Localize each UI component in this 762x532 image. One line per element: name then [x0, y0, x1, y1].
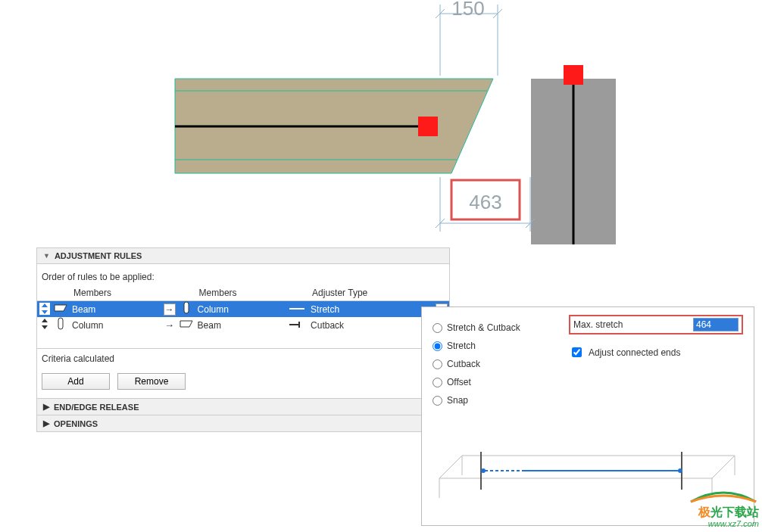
remove-button[interactable]: Remove: [117, 373, 186, 390]
adjustment-rules-header[interactable]: ▼ ADJUSTMENT RULES: [36, 247, 450, 264]
openings-title: OPENINGS: [54, 419, 98, 428]
svg-point-32: [481, 468, 486, 473]
reorder-icon[interactable]: [39, 303, 50, 315]
svg-marker-23: [439, 456, 735, 478]
dimension-top-value: 150: [451, 0, 484, 20]
radio-cutback[interactable]: Cutback: [433, 359, 546, 369]
stretch-icon: [289, 305, 305, 313]
max-stretch-input[interactable]: [693, 318, 739, 331]
rule-row[interactable]: Column → Beam Cutback: [37, 317, 449, 333]
radio-label: Snap: [447, 395, 468, 406]
add-button[interactable]: Add: [42, 373, 110, 390]
rule-type: Cutback: [308, 317, 434, 333]
expand-icon: ▶: [43, 418, 49, 428]
radio-label: Stretch & Cutback: [447, 322, 520, 333]
arrow-icon: →: [164, 319, 174, 331]
adjustment-rules-title: ADJUSTMENT RULES: [55, 251, 142, 260]
adjuster-preview: [432, 448, 742, 505]
rule-member-2: Column: [195, 301, 287, 318]
rule-member-1: Column: [69, 317, 161, 333]
max-stretch-row: Max. stretch: [569, 315, 743, 334]
end-edge-release-title: END/EDGE RELEASE: [54, 403, 139, 412]
criteria-label: Criteria calculated: [37, 348, 449, 369]
openings-header[interactable]: ▶ OPENINGS: [36, 415, 450, 432]
svg-marker-20: [180, 321, 192, 327]
arrow-icon: →: [164, 303, 176, 316]
radio-label: Cutback: [447, 359, 480, 369]
column-shape: [531, 79, 616, 244]
structural-diagram: 150 463: [0, 0, 762, 250]
end-edge-release-header[interactable]: ▶ END/EDGE RELEASE: [36, 398, 450, 415]
col-members-1: Members: [69, 285, 161, 301]
rule-row[interactable]: Beam → Column Stretch ▸: [37, 301, 449, 318]
adjust-connected-ends-checkbox[interactable]: Adjust connected ends: [569, 345, 743, 359]
svg-rect-19: [58, 318, 63, 329]
reorder-icon[interactable]: [39, 318, 50, 330]
col-members-2: Members: [195, 285, 287, 301]
expand-icon: ▶: [43, 402, 49, 412]
beam-icon: [179, 318, 194, 330]
radio-offset[interactable]: Offset: [433, 377, 546, 387]
radio-stretch-cutback[interactable]: Stretch & Cutback: [433, 322, 546, 333]
max-stretch-label: Max. stretch: [573, 319, 687, 330]
rules-table: Members Members Adjuster Type Beam →: [37, 285, 449, 348]
checkbox-label: Adjust connected ends: [589, 347, 680, 358]
radio-stretch[interactable]: Stretch: [433, 341, 546, 351]
svg-point-33: [678, 468, 682, 473]
rule-member-2: Beam: [195, 317, 287, 333]
rule-member-1: Beam: [69, 301, 161, 318]
beam-shape: [175, 79, 493, 173]
dimension-bottom-value: 463: [469, 191, 501, 213]
rule-type: Stretch: [308, 301, 434, 318]
svg-rect-17: [184, 302, 189, 313]
column-icon: [55, 317, 67, 331]
column-top-handle[interactable]: [564, 65, 583, 85]
order-label: Order of rules to be applied:: [37, 269, 449, 285]
beam-end-handle[interactable]: [418, 117, 438, 136]
adjustment-rules-panel: ▼ ADJUSTMENT RULES Order of rules to be …: [36, 247, 450, 432]
collapse-icon: ▼: [43, 252, 50, 260]
column-icon: [180, 301, 192, 315]
beam-icon: [53, 302, 68, 314]
radio-snap[interactable]: Snap: [433, 395, 546, 406]
svg-marker-16: [55, 305, 67, 311]
cutback-icon: [289, 321, 305, 328]
radio-label: Stretch: [447, 341, 476, 351]
col-adjuster-type: Adjuster Type: [308, 285, 434, 301]
radio-label: Offset: [447, 377, 471, 387]
